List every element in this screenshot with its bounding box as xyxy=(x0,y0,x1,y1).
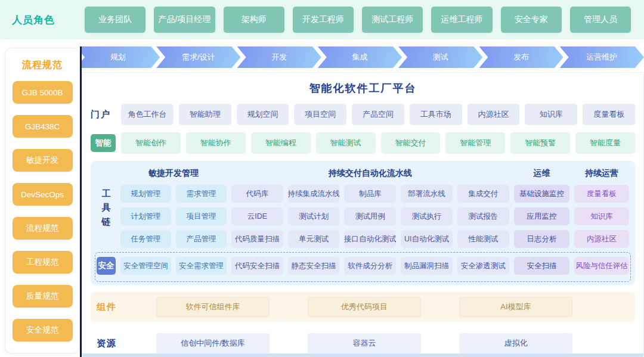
portal-button-role-workbench[interactable]: 角色工作台 xyxy=(121,104,174,125)
ai-button-creation[interactable]: 智能创作 xyxy=(121,132,181,154)
tool-button-plan-mgmt[interactable]: 规划管理 xyxy=(120,185,171,203)
tool-button-test-report[interactable]: 测试报告 xyxy=(457,207,509,225)
role-button-security-expert[interactable]: 安全专家 xyxy=(501,7,562,33)
tool-button-risk-trust-assessment[interactable]: 风险与信任评估 xyxy=(574,257,629,275)
stage-arrow-develop: 开发 xyxy=(237,46,321,68)
role-button-architect[interactable]: 架构师 xyxy=(224,7,284,33)
tool-button-code-repo[interactable]: 代码库 xyxy=(231,185,283,203)
resource-button-xinchuang-middleware-db[interactable]: 信创中间件/数据库 xyxy=(156,333,270,353)
spec-button-engineering-spec[interactable]: 工程规范 xyxy=(13,251,73,274)
tool-button-app-monitoring[interactable]: 应用监控 xyxy=(514,207,570,225)
role-button-dev-engineer[interactable]: 开发工程师 xyxy=(293,7,354,33)
portal-button-knowledge-base[interactable]: 知识库 xyxy=(525,104,577,125)
ai-row: 智能 智能创作 智能协作 智能编程 智能测试 智能交付 智能管理 智能预警 智能… xyxy=(91,132,635,154)
role-button-test-engineer[interactable]: 测试工程师 xyxy=(362,7,423,33)
tool-button-software-composition-analysis[interactable]: 软件成分分析 xyxy=(344,257,396,275)
portal-button-innersource-community[interactable]: 内源社区 xyxy=(467,104,520,125)
portal-label: 门户 xyxy=(91,109,116,120)
header-continuous-operation: 持续运营 xyxy=(574,168,629,179)
ai-button-coding[interactable]: 智能编程 xyxy=(251,132,311,154)
resources-band: 资源 信创中间件/数据库 容器云 虚拟化 xyxy=(91,328,635,357)
role-button-manager[interactable]: 管理人员 xyxy=(570,7,631,33)
portal-button-plan-space[interactable]: 规划空间 xyxy=(237,104,289,125)
tool-button-artifact-vulnerability-scan[interactable]: 制品漏洞扫描 xyxy=(401,257,453,275)
tool-button-security-scan[interactable]: 安全扫描 xyxy=(514,257,570,275)
tool-button-penetration-test[interactable]: 安全渗透测试 xyxy=(457,257,509,275)
tool-button-product-mgmt[interactable]: 产品管理 xyxy=(176,230,227,248)
toolchain-label: 工 具 链 xyxy=(102,187,111,228)
spec-button-agile-dev[interactable]: 敏捷开发 xyxy=(13,149,73,172)
tool-button-integrated-delivery[interactable]: 集成交付 xyxy=(457,185,509,203)
tool-button-test-execution[interactable]: 测试执行 xyxy=(401,207,453,225)
ai-badge: 智能 xyxy=(91,134,116,152)
resource-button-virtualization[interactable]: 虚拟化 xyxy=(459,333,572,353)
role-button-product-manager[interactable]: 产品/项目经理 xyxy=(154,7,215,33)
role-button-business-team[interactable]: 业务团队 xyxy=(85,7,145,33)
resources-label: 资源 xyxy=(97,338,123,349)
ai-button-delivery[interactable]: 智能交付 xyxy=(381,132,441,154)
ai-button-collaboration[interactable]: 智能协作 xyxy=(186,132,246,154)
tool-button-knowledge-base[interactable]: 知识库 xyxy=(574,207,629,225)
tool-button-security-mgmt-space[interactable]: 安全管理空间 xyxy=(120,257,171,275)
components-band: 组件 软件可信组件库 优秀代码项目 AI模型库 xyxy=(91,292,635,322)
roles-title: 人员角色 xyxy=(12,13,76,27)
tool-button-ci-pipeline[interactable]: 持续集成流水线 xyxy=(288,185,340,203)
tool-button-log-analysis[interactable]: 日志分析 xyxy=(514,230,570,248)
security-badge: 安全 xyxy=(97,257,116,275)
spec-button-gjb438c[interactable]: GJB438C xyxy=(13,115,73,138)
ai-button-alerting[interactable]: 智能预警 xyxy=(510,132,570,154)
tool-button-schedule-mgmt[interactable]: 计划管理 xyxy=(120,207,171,225)
portal-button-tool-market[interactable]: 工具市场 xyxy=(410,104,462,125)
stage-arrow-plan: 规划 xyxy=(82,46,160,68)
tool-button-task-mgmt[interactable]: 任务管理 xyxy=(120,230,171,248)
stage-arrow-requirements-design: 需求/设计 xyxy=(156,46,240,68)
tool-button-deploy-pipeline[interactable]: 部署流水线 xyxy=(401,185,453,203)
tool-button-static-security-scan[interactable]: 静态安全扫描 xyxy=(288,257,340,275)
stage-arrow-operate-maintain: 运营维护 xyxy=(560,46,644,68)
portal-button-metrics-dashboard[interactable]: 度量看板 xyxy=(583,104,635,125)
role-button-ops-engineer[interactable]: 运维工程师 xyxy=(431,7,492,33)
tool-button-code-security-scan[interactable]: 代码安全扫描 xyxy=(231,257,283,275)
spec-button-devsecops[interactable]: DevSecOps xyxy=(13,183,73,206)
stage-arrow-integrate: 集成 xyxy=(318,46,402,68)
header-cd-pipeline: 持续交付自动化流水线 xyxy=(231,168,509,179)
tool-button-security-requirement-mgmt[interactable]: 安全需求管理 xyxy=(176,257,227,275)
tool-button-performance-test[interactable]: 性能测试 xyxy=(457,230,509,248)
spec-button-quality-spec[interactable]: 质量规范 xyxy=(13,285,73,308)
portal-row: 门户 角色工作台 智能助理 规划空间 项目空间 产品空间 工具市场 内源社区 知… xyxy=(91,104,635,125)
stage-arrow-test: 测试 xyxy=(398,46,482,68)
ai-button-management[interactable]: 智能管理 xyxy=(445,132,505,154)
ai-button-metrics[interactable]: 智能度量 xyxy=(575,132,635,154)
tool-button-requirement-mgmt[interactable]: 需求管理 xyxy=(176,185,227,203)
tool-button-infra-monitoring[interactable]: 基础设施监控 xyxy=(514,185,570,203)
spec-button-process-spec[interactable]: 流程规范 xyxy=(13,217,73,240)
tool-button-api-automation-test[interactable]: 接口自动化测试 xyxy=(344,230,396,248)
toolchain-section: 工 具 链 敏捷开发管理 持续交付自动化流水线 运维 持续运营 规划管理 需求管… xyxy=(91,161,635,285)
portal-button-product-space[interactable]: 产品空间 xyxy=(352,104,404,125)
process-spec-sidebar: 流程规范 GJB 5000B GJB438C 敏捷开发 DevSecOps 流程… xyxy=(5,48,80,353)
lifecycle-flow: 规划 需求/设计 开发 集成 测试 发布 运营维护 xyxy=(82,46,644,68)
spec-button-gjb5000b[interactable]: GJB 5000B xyxy=(13,81,73,104)
platform-title: 智能化软件工厂平台 xyxy=(91,81,635,95)
tool-button-project-mgmt[interactable]: 项目管理 xyxy=(176,207,227,225)
resource-button-container-cloud[interactable]: 容器云 xyxy=(308,333,421,353)
portal-button-project-space[interactable]: 项目空间 xyxy=(294,104,346,125)
ai-button-testing[interactable]: 智能测试 xyxy=(316,132,376,154)
spec-button-security-spec[interactable]: 安全规范 xyxy=(13,319,73,342)
component-button-ai-model-library[interactable]: AI模型库 xyxy=(459,297,572,317)
tool-button-artifact-repo[interactable]: 制品库 xyxy=(344,185,396,203)
tool-button-unit-test[interactable]: 单元测试 xyxy=(288,230,340,248)
tool-button-innersource-community[interactable]: 内源社区 xyxy=(574,230,629,248)
tool-button-metrics-dashboard[interactable]: 度量看板 xyxy=(574,185,629,203)
tool-button-cloud-ide[interactable]: 云IDE xyxy=(231,207,283,225)
portal-button-ai-assistant[interactable]: 智能助理 xyxy=(179,104,231,125)
component-button-trusted-component-library[interactable]: 软件可信组件库 xyxy=(156,297,270,317)
header-agile-management: 敏捷开发管理 xyxy=(120,168,227,179)
tool-button-code-quality-scan[interactable]: 代码质量扫描 xyxy=(231,230,283,248)
tool-button-test-case[interactable]: 测试用例 xyxy=(344,207,396,225)
tool-button-ui-automation-test[interactable]: UI自动化测试 xyxy=(401,230,453,248)
roles-band: 人员角色 业务团队 产品/项目经理 架构师 开发工程师 测试工程师 运维工程师 … xyxy=(0,0,644,39)
tool-button-test-plan[interactable]: 测试计划 xyxy=(288,207,340,225)
component-button-excellent-code-projects[interactable]: 优秀代码项目 xyxy=(308,297,421,317)
specs-title: 流程规范 xyxy=(22,59,63,72)
